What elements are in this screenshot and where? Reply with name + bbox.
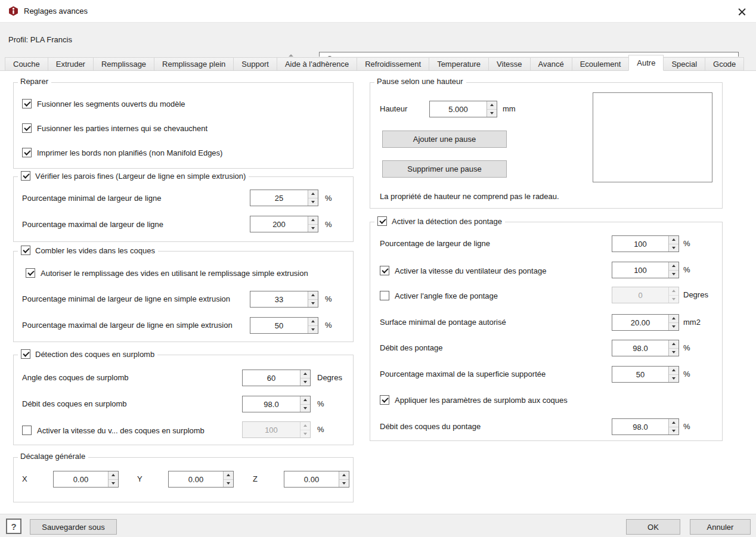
check-merge-open-segments[interactable]: Fusionner les segments ouverts du modèle [22, 98, 185, 109]
spin-up-button[interactable] [669, 287, 678, 296]
fill-gaps-checkbox[interactable] [21, 246, 30, 255]
checkbox-icon[interactable] [22, 99, 32, 108]
max-line-width-input[interactable] [250, 216, 308, 232]
spin-up-button[interactable] [669, 315, 678, 323]
tab-special[interactable]: Special [663, 57, 705, 71]
spin-up-button[interactable] [300, 370, 310, 378]
spin-up-button[interactable] [300, 422, 310, 430]
group-offset: Décalage générale X Y Z [13, 457, 354, 502]
bridge-min-area-input[interactable] [612, 315, 668, 330]
tab-extruder[interactable]: Extruder [48, 57, 94, 71]
checkbox-icon[interactable] [22, 148, 32, 157]
spin-down-button[interactable] [224, 480, 233, 488]
spin-down-button[interactable] [300, 378, 310, 386]
spin-down-button[interactable] [308, 198, 318, 206]
spin-up-button[interactable] [300, 396, 310, 405]
spin-down-button[interactable] [300, 405, 310, 412]
check-bridge-fixed-angle[interactable]: Activer l'angle fixe de pontage [380, 290, 498, 301]
tab-remplissage-plein[interactable]: Remplissage plein [154, 57, 234, 71]
spin-down-button[interactable] [669, 323, 678, 331]
gap-min-line-width-input[interactable] [250, 291, 308, 307]
checkbox-icon[interactable] [22, 123, 32, 133]
check-merge-internal-overlaps[interactable]: Fusionner les parties internes qui se ch… [22, 123, 207, 134]
tab-temperature[interactable]: Temperature [429, 57, 489, 71]
overhang-checkbox[interactable] [21, 349, 30, 359]
tab-support[interactable]: Support [233, 57, 277, 71]
spin-up-button[interactable] [669, 419, 678, 427]
spin-down-button[interactable] [487, 110, 497, 117]
spin-down-button[interactable] [308, 225, 318, 232]
bridge-fan-speed-input[interactable] [612, 262, 668, 278]
bridge-line-width-input[interactable] [612, 236, 668, 252]
spin-up-button[interactable] [487, 101, 497, 110]
tab-avance[interactable]: Avancé [530, 57, 572, 71]
bridge-flow-input[interactable] [612, 340, 668, 356]
overhang-angle-input[interactable] [243, 370, 300, 386]
checkbox-icon[interactable] [22, 426, 32, 435]
spin-down-button[interactable] [669, 375, 678, 383]
bridging-checkbox[interactable] [377, 216, 387, 226]
help-button[interactable]: ? [6, 519, 21, 534]
spin-up-button[interactable] [308, 318, 318, 326]
spin-up-button[interactable] [669, 367, 678, 375]
tab-gcode[interactable]: Gcode [705, 57, 744, 71]
spin-up-button[interactable] [669, 236, 678, 244]
check-bridge-fan-speed[interactable]: Activer la vitesse du ventilateur des po… [380, 265, 546, 276]
tab-remplissage[interactable]: Remplissage [93, 57, 154, 71]
spin-up-button[interactable] [224, 471, 233, 480]
spin-up-button[interactable] [669, 340, 678, 349]
tab-aide-adherence[interactable]: Aide à l'adhèrence [277, 57, 357, 71]
unit-label: % [325, 194, 332, 203]
tab-ecoulement[interactable]: Ecoulement [572, 57, 630, 71]
tab-refroidissement[interactable]: Refroidissement [357, 57, 429, 71]
offset-y-input[interactable] [169, 471, 223, 487]
spin-down-button[interactable] [669, 244, 678, 252]
spin-down-button[interactable] [308, 326, 318, 334]
check-apply-overhang-params[interactable]: Appliquer les paramètres de surplomb aux… [380, 395, 568, 405]
checkbox-icon[interactable] [380, 266, 389, 275]
check-allow-gap-fill-single-extrusion[interactable]: Autoriser le remplissage des vides en ut… [26, 268, 308, 278]
spin-down-button[interactable] [669, 271, 678, 278]
checkbox-icon[interactable] [380, 395, 389, 405]
spin-up-button[interactable] [669, 262, 678, 271]
spin-down-button[interactable] [669, 427, 678, 435]
pause-list[interactable] [593, 92, 712, 182]
spin-up-button[interactable] [339, 471, 349, 480]
save-as-button[interactable]: Sauvegarder sous [30, 519, 117, 535]
tab-autre[interactable]: Autre [628, 55, 664, 71]
tab-vitesse[interactable]: Vitesse [488, 57, 530, 71]
tab-couche[interactable]: Couche [5, 57, 48, 71]
check-print-non-manifold[interactable]: Imprimer les bords non planifiés (non Ma… [22, 147, 222, 158]
spin-up-button[interactable] [109, 471, 118, 480]
offset-x-input[interactable] [54, 471, 108, 487]
spin-down-button[interactable] [339, 480, 349, 488]
remove-pause-button[interactable]: Supprimer une pause [382, 160, 507, 178]
overhang-flow-input[interactable] [243, 396, 300, 412]
check-overhang-fan-speed[interactable]: Activer la vitesse du v... des coques en… [22, 425, 205, 436]
overhang-flow-spinner [242, 396, 311, 412]
spin-up-button[interactable] [308, 291, 318, 300]
spin-down-button[interactable] [669, 349, 678, 356]
spin-down-button[interactable] [669, 296, 678, 303]
checkbox-icon[interactable] [380, 291, 389, 300]
ok-button[interactable]: OK [626, 519, 680, 535]
thin-walls-checkbox[interactable] [21, 171, 30, 181]
spin-up-button[interactable] [308, 190, 318, 198]
bridge-max-supported-input[interactable] [612, 367, 668, 382]
pause-height-input[interactable] [430, 101, 487, 117]
spin-up-button[interactable] [308, 216, 318, 225]
close-icon[interactable] [736, 5, 749, 18]
gap-max-line-width-spinner [250, 317, 318, 334]
bridge-fixed-angle-input[interactable] [612, 287, 668, 303]
spin-down-button[interactable] [308, 300, 318, 308]
spin-down-button[interactable] [109, 480, 118, 488]
bridge-shell-flow-input[interactable] [612, 419, 668, 434]
spin-down-button[interactable] [300, 430, 310, 438]
cancel-button[interactable]: Annuler [690, 519, 751, 535]
checkbox-icon[interactable] [26, 268, 35, 278]
add-pause-button[interactable]: Ajouter une pause [382, 131, 507, 148]
min-line-width-input[interactable] [250, 190, 308, 206]
overhang-fan-speed-input[interactable] [243, 422, 300, 437]
gap-max-line-width-input[interactable] [250, 318, 308, 333]
offset-z-input[interactable] [284, 471, 339, 487]
